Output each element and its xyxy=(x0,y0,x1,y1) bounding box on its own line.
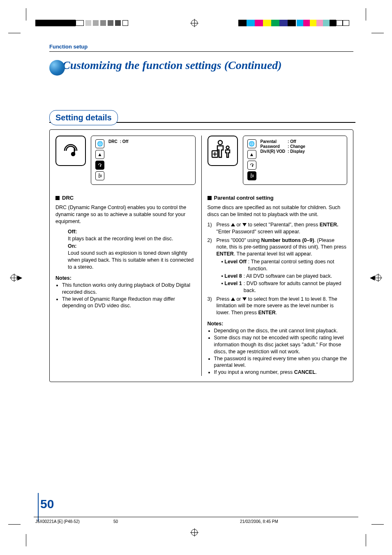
up-arrow-icon xyxy=(231,223,235,226)
parental-icon xyxy=(208,136,238,166)
audio-icon xyxy=(55,136,86,166)
down-arrow-icon xyxy=(242,223,247,226)
osd-parental-l1: Password xyxy=(261,144,288,149)
osd-audio-value: : Off xyxy=(120,139,131,144)
title-sphere-icon xyxy=(49,60,65,76)
footer-doc-ref: J5X00221A [E] (P48-52) xyxy=(35,519,80,524)
down-arrow-icon-2 xyxy=(242,297,247,301)
up-arrow-icon-2 xyxy=(231,297,235,301)
step-3: Press or to select from the level 1 to l… xyxy=(208,296,348,317)
right-column: 🌐 ▲ Parental: Off xyxy=(208,136,348,376)
footer-line xyxy=(34,517,358,517)
mini-picture-icon-r: ▲ xyxy=(247,150,256,159)
osd-parental-l0: Parental xyxy=(261,139,288,144)
osd-parental-box: 🌐 ▲ Parental: Off xyxy=(243,136,348,185)
svg-point-8 xyxy=(251,173,252,175)
mini-lang-icon: 🌐 xyxy=(95,139,104,148)
footer-timestamp: 21/02/2006, 8:45 PM xyxy=(240,519,278,524)
mini-parental-icon-r xyxy=(247,171,256,180)
printer-marks-top xyxy=(0,20,392,28)
right-note-2: The password is required every time when… xyxy=(214,355,348,369)
osd-parental-l2: DivX(R) VOD xyxy=(261,149,288,154)
step-2: Press "0000" using Number buttons (0–9).… xyxy=(208,237,348,294)
mini-picture-icon: ▲ xyxy=(95,150,104,159)
osd-audio-label: DRC xyxy=(108,139,120,144)
osd-row-parental: 🌐 ▲ Parental: Off xyxy=(208,136,348,185)
right-note-1: Some discs may not be encoded with speci… xyxy=(214,334,348,355)
osd-row-audio: 🌐 ▲ DRC : Off xyxy=(55,136,196,185)
left-column: 🌐 ▲ DRC : Off xyxy=(55,136,196,376)
footer-center-pg: 50 xyxy=(113,519,118,524)
mini-parental-icon xyxy=(95,171,104,180)
page: ▶ ◀ Function setup Customizing the funct… xyxy=(0,0,392,555)
title-row: Customizing the function settings (Conti… xyxy=(49,58,353,73)
mini-audio-icon xyxy=(95,161,104,170)
svg-point-5 xyxy=(226,146,229,149)
column-divider xyxy=(201,136,202,376)
mini-lang-icon-r: 🌐 xyxy=(247,139,256,148)
step-1: Press or to select "Parental", then pres… xyxy=(208,221,348,235)
mini-audio-icon-r xyxy=(247,161,256,170)
left-note-1: The level of Dynamic Range Reduction may… xyxy=(62,296,196,310)
setting-details-heading: Setting details xyxy=(49,110,353,125)
svg-point-2 xyxy=(99,173,100,175)
parental-body: Some discs are specified as not suitable… xyxy=(208,204,348,376)
drc-body: DRC (Dynamic Range Control) enables you … xyxy=(55,204,196,309)
right-note-cancel: If you input a wrong number, press CANCE… xyxy=(214,369,348,376)
settings-columns: 🌐 ▲ DRC : Off xyxy=(49,129,353,382)
page-number-bar xyxy=(38,493,39,522)
drc-heading: DRC xyxy=(55,195,196,201)
parental-heading: Parental control setting xyxy=(208,195,348,201)
svg-point-4 xyxy=(218,140,222,145)
section-label: Function setup xyxy=(49,44,353,52)
page-number: 50 xyxy=(40,497,54,511)
svg-point-3 xyxy=(101,175,101,175)
left-note-0: This function works only during playback… xyxy=(62,282,196,296)
content-area: Function setup Customizing the function … xyxy=(49,44,353,382)
svg-point-9 xyxy=(252,175,253,175)
page-title: Customizing the function settings (Conti… xyxy=(62,59,282,72)
right-note-0: Depending on the discs, the unit cannot … xyxy=(214,327,348,334)
osd-audio-box: 🌐 ▲ DRC : Off xyxy=(91,136,196,185)
